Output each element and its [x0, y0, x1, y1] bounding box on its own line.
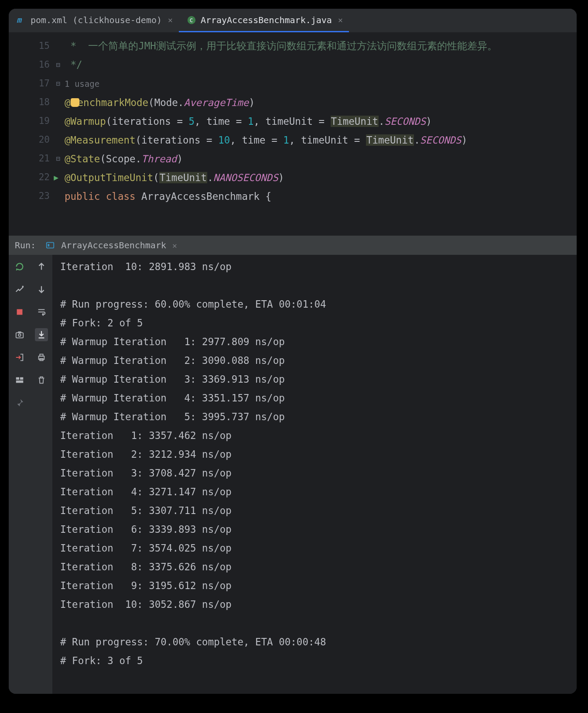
line-number: 21	[9, 149, 61, 168]
java-class-icon: C	[187, 15, 196, 25]
tab-label: pom.xml (clickhouse-demo)	[31, 15, 162, 25]
line-number[interactable]: 22	[9, 168, 61, 187]
close-icon[interactable]: ✕	[166, 15, 173, 24]
run-config-name[interactable]: ArrayAccessBenchmark	[61, 240, 166, 250]
soft-wrap-button[interactable]	[35, 305, 48, 319]
exit-button[interactable]	[13, 351, 26, 364]
run-toolbar-left	[9, 255, 31, 694]
svg-rect-6	[17, 309, 23, 315]
svg-point-5	[22, 286, 24, 288]
code-line-20: @State(Scope.Thread)	[65, 153, 183, 165]
svg-text:C: C	[189, 17, 193, 23]
line-number: 17	[9, 74, 61, 93]
svg-point-8	[18, 334, 21, 336]
run-toolbar-secondary	[31, 255, 52, 694]
scroll-to-end-button[interactable]	[35, 328, 48, 341]
usage-hint[interactable]: 1 usage	[65, 79, 99, 89]
line-number: 15	[9, 37, 61, 55]
code-area[interactable]: * 一个简单的JMH测试示例，用于比较直接访问数组元素和通过方法访问数组元素的性…	[61, 32, 577, 236]
pin-button[interactable]	[13, 396, 26, 409]
svg-rect-11	[20, 377, 23, 380]
svg-rect-3	[47, 243, 54, 248]
close-icon[interactable]: ✕	[336, 15, 343, 24]
code-line: */	[65, 59, 82, 70]
console-output[interactable]: Iteration 10: 2891.983 ns/op # Run progr…	[52, 255, 577, 694]
svg-rect-7	[16, 333, 24, 338]
code-line-19: @Measurement(iterations = 10, time = 1, …	[65, 134, 467, 146]
snapshot-button[interactable]	[13, 328, 26, 341]
code-line-17: @enchmarkMode(Mode.AverageTime)	[65, 97, 255, 108]
tab-array-access-benchmark[interactable]: C ArrayAccessBenchmark.java ✕	[179, 9, 349, 32]
code-line-18: @Warmup(iterations = 5, time = 1, timeUn…	[65, 116, 432, 127]
code-line-22: public class ArrayAccessBenchmark {	[65, 191, 271, 202]
tab-pom-xml[interactable]: m pom.xml (clickhouse-demo) ✕	[9, 9, 179, 32]
editor-tabs-bar: m pom.xml (clickhouse-demo) ✕ C ArrayAcc…	[9, 9, 577, 32]
code-editor[interactable]: 15 16 17 18 19 20 21 22 23 * 一个简单的JMH测试示…	[9, 32, 577, 236]
ide-window: m pom.xml (clickhouse-demo) ✕ C ArrayAcc…	[9, 9, 577, 694]
intention-bulb-icon[interactable]	[71, 98, 79, 107]
code-line-21: @OutputTimeUnit(TimeUnit.NANOSECONDS)	[65, 172, 284, 183]
svg-text:m: m	[17, 15, 22, 24]
svg-rect-14	[40, 354, 43, 356]
down-button[interactable]	[35, 283, 48, 296]
run-tool-window: Run: ArrayAccessBenchmark ✕	[9, 236, 577, 694]
svg-rect-4	[48, 244, 50, 247]
run-label: Run:	[15, 240, 39, 250]
clear-button[interactable]	[35, 374, 48, 387]
line-number: 20	[9, 130, 61, 149]
line-number: 23	[9, 187, 61, 206]
tab-label: ArrayAccessBenchmark.java	[201, 15, 332, 25]
code-line: * 一个简单的JMH测试示例，用于比较直接访问数组元素和通过方法访问数组元素的性…	[65, 40, 497, 51]
stop-button[interactable]	[13, 305, 26, 319]
run-header: Run: ArrayAccessBenchmark ✕	[9, 236, 577, 255]
svg-rect-12	[16, 380, 24, 383]
settings-button[interactable]	[13, 283, 26, 296]
maven-icon: m	[17, 15, 26, 25]
layout-button[interactable]	[13, 374, 26, 387]
svg-rect-10	[16, 377, 19, 380]
line-number-gutter: 15 16 17 18 19 20 21 22 23	[9, 32, 61, 236]
close-icon[interactable]: ✕	[172, 241, 177, 250]
up-button[interactable]	[35, 260, 48, 273]
line-number: 16	[9, 55, 61, 74]
rerun-button[interactable]	[13, 260, 26, 273]
svg-rect-9	[18, 332, 21, 333]
line-number: 18	[9, 93, 61, 112]
line-number: 19	[9, 112, 61, 130]
run-config-icon	[45, 240, 55, 250]
print-button[interactable]	[35, 351, 48, 364]
